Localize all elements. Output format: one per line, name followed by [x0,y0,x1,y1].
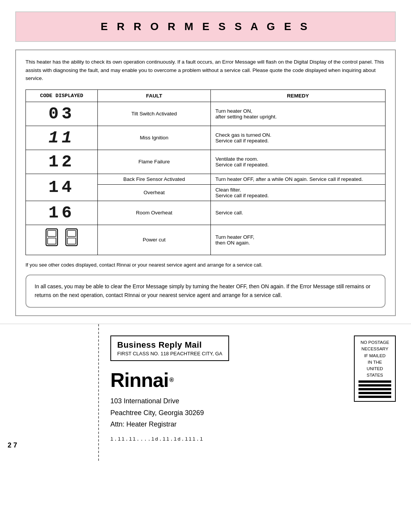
postage-line2: NECESSARY [358,346,391,352]
left-panel: 2 7 [0,324,99,461]
bottom-section: 2 7 NO POSTAGE NECESSARY IF MAILED IN TH… [0,324,411,461]
code-display-16: 16 [26,201,98,225]
svg-rect-4 [67,230,76,236]
table-row: 14 Back Fire Sensor Activated Turn heate… [26,174,386,184]
reply-mail-title: Business Reply Mail [117,340,222,350]
code-display-11: 11 [26,126,98,150]
fault-00: Power cut [98,225,211,255]
barcode: l.ll.ll....ld.ll.ld.lll.l [110,436,400,442]
intro-paragraph: This heater has the ability to check its… [25,58,386,83]
remedy-14b: Clean filter.Service call if repeated. [211,184,386,201]
right-panel: NO POSTAGE NECESSARY IF MAILED IN THE UN… [99,324,411,461]
table-row: 11 Miss Ignition Check gas is turned ON.… [26,126,386,150]
address-line2: Peachtree City, Georgia 30269 [110,407,400,419]
remedy-12: Ventilate the room.Service call if repea… [211,150,386,174]
remedy-14a: Turn heater OFF, after a while ON again.… [211,174,386,184]
postage-line3: IF MAILED [358,353,391,359]
code-display-14: 14 [26,174,98,201]
error-messages-table: CODE DISPLAYED FAULT REMEDY 03 Tilt Swit… [25,89,386,255]
postage-line4: IN THE [358,359,391,366]
lcd-00-icon [45,227,79,247]
fault-14b: Overheat [98,184,211,201]
remedy-11: Check gas is turned ON.Service call if r… [211,126,386,150]
fault-03: Tilt Switch Activated [98,102,211,126]
main-content-box: This heater has the ability to check its… [15,50,396,316]
code-display-03: 03 [26,102,98,126]
rinnai-trademark: ® [169,377,174,383]
code-display-00 [26,225,98,255]
important-note-box: In all cases, you may be able to clear t… [25,275,386,308]
table-row: Power cut Turn heater OFF,then ON again. [26,225,386,255]
header-remedy: REMEDY [211,89,386,102]
remedy-00: Turn heater OFF,then ON again. [211,225,386,255]
rinnai-name: Rinnai [110,369,169,391]
page-number: 2 7 [8,441,91,449]
table-row: 03 Tilt Switch Activated Turn heater ON,… [26,102,386,126]
postage-stripes [358,380,391,398]
svg-rect-1 [48,230,56,236]
table-row: 12 Flame Failure Ventilate the room.Serv… [26,150,386,174]
table-row: 16 Room Overheat Service call. [26,201,386,225]
reply-mail-subtitle: FIRST CLASS NO. 118 PEACHTREE CITY, GA [117,351,222,356]
fault-11: Miss Ignition [98,126,211,150]
remedy-03: Turn heater ON,after setting heater upri… [211,102,386,126]
header-code: CODE DISPLAYED [26,89,98,102]
page-title: E R R O R M E S S A G E S [15,11,396,42]
address-line3: Attn: Heater Registrar [110,419,400,430]
fault-16: Room Overheat [98,201,211,225]
svg-rect-2 [48,238,56,244]
postage-box: NO POSTAGE NECESSARY IF MAILED IN THE UN… [354,335,396,402]
postage-line1: NO POSTAGE [358,339,391,346]
table-header-row: CODE DISPLAYED FAULT REMEDY [26,89,386,102]
svg-rect-5 [67,238,76,244]
important-note-text: In all cases, you may be able to clear t… [35,283,370,299]
code-display-12: 12 [26,150,98,174]
footer-note: If you see other codes displayed, contac… [25,261,386,269]
remedy-16: Service call. [211,201,386,225]
fault-12: Flame Failure [98,150,211,174]
fault-14a: Back Fire Sensor Activated [98,174,211,184]
reply-mail-box: Business Reply Mail FIRST CLASS NO. 118 … [110,335,229,361]
header-fault: FAULT [98,89,211,102]
postage-line5: UNITED STATES [358,366,391,379]
